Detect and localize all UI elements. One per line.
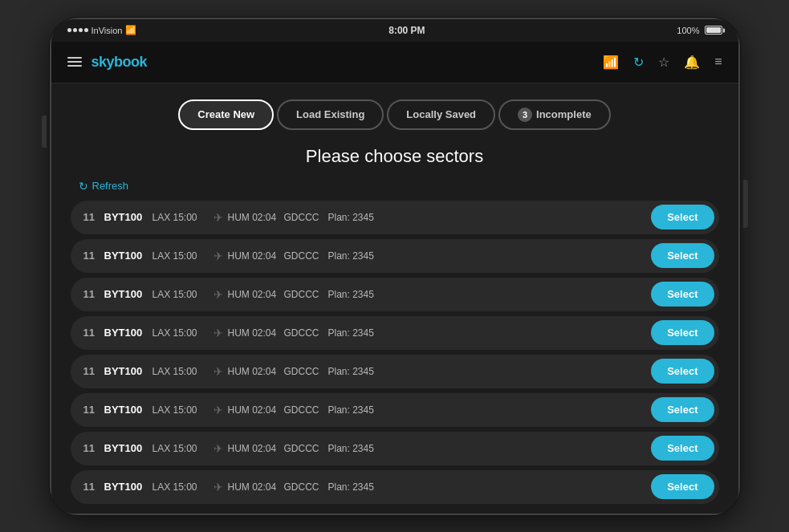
status-left: InVision 📶: [67, 25, 137, 35]
sector-code: BYT100: [104, 481, 153, 493]
sector-row: 11 BYT100 LAX 15:00 ✈ HUM 02:04 GDCCC Pl…: [71, 470, 719, 504]
sector-origin: LAX 15:00: [153, 481, 209, 493]
sector-row: 11 BYT100 LAX 15:00 ✈ HUM 02:04 GDCCC Pl…: [71, 239, 719, 273]
sector-code: BYT100: [104, 365, 153, 377]
sector-row: 11 BYT100 LAX 15:00 ✈ HUM 02:04 GDCCC Pl…: [71, 355, 719, 388]
sector-number: 11: [83, 442, 100, 454]
sector-number: 11: [83, 288, 100, 300]
nav-right: 📶 ↻ ☆ 🔔 ≡: [603, 55, 722, 70]
sector-row: 11 BYT100 LAX 15:00 ✈ HUM 02:04 GDCCC Pl…: [71, 393, 719, 427]
plane-icon: ✈: [214, 365, 223, 378]
sync-icon[interactable]: ↻: [633, 55, 644, 70]
sector-code: BYT100: [104, 250, 153, 262]
refresh-label: Refresh: [92, 180, 129, 192]
plane-icon: ✈: [214, 327, 223, 339]
refresh-button[interactable]: ↻ Refresh: [79, 180, 129, 193]
sector-plan: Plan: 2345: [328, 289, 652, 300]
tab-incomplete[interactable]: 3Incomplete: [498, 99, 611, 130]
filter-icon[interactable]: ≡: [714, 55, 722, 69]
sector-plan: Plan: 2345: [328, 404, 652, 416]
hamburger-line-1: [67, 57, 82, 59]
sector-row: 11 BYT100 LAX 15:00 ✈ HUM 02:04 GDCCC Pl…: [71, 316, 719, 350]
nav-left: skybook: [67, 54, 148, 71]
ipad-frame: InVision 📶 8:00 PM 100% skybook: [50, 18, 740, 515]
select-button[interactable]: Select: [651, 320, 714, 345]
tab-locally-saved[interactable]: Locally Saved: [387, 99, 495, 130]
sector-gc: GDCCC: [284, 250, 328, 262]
sector-number: 11: [83, 250, 100, 262]
hamburger-line-2: [67, 61, 82, 63]
plane-icon: ✈: [214, 481, 223, 493]
battery-percent: 100%: [677, 26, 699, 35]
wifi-nav-icon[interactable]: 📶: [603, 55, 619, 70]
signal-dot-3: [79, 28, 83, 32]
sector-plan: Plan: 2345: [328, 481, 652, 493]
select-button[interactable]: Select: [651, 282, 714, 307]
select-button[interactable]: Select: [651, 474, 714, 499]
bell-icon[interactable]: 🔔: [684, 55, 700, 70]
sector-plan: Plan: 2345: [328, 250, 652, 262]
sector-code: BYT100: [104, 404, 153, 416]
tab-load-existing[interactable]: Load Existing: [277, 99, 384, 130]
incomplete-label: Incomplete: [536, 108, 592, 120]
signal-dot-2: [73, 28, 77, 32]
sector-origin: LAX 15:00: [153, 327, 209, 339]
tab-bar: Create New Load Existing Locally Saved 3…: [178, 99, 610, 130]
carrier-name: InVision: [92, 26, 123, 35]
select-button[interactable]: Select: [651, 397, 714, 422]
signal-dot-1: [67, 28, 71, 32]
hamburger-line-3: [67, 65, 82, 67]
sector-origin: LAX 15:00: [153, 366, 209, 377]
sector-gc: GDCCC: [284, 443, 328, 454]
sector-dest: HUM 02:04: [228, 212, 284, 223]
main-content: Create New Load Existing Locally Saved 3…: [51, 83, 738, 514]
sector-gc: GDCCC: [284, 366, 328, 377]
status-right: 100%: [677, 26, 722, 35]
plane-icon: ✈: [214, 288, 223, 301]
battery-fill: [706, 27, 721, 33]
select-button[interactable]: Select: [651, 205, 714, 229]
sector-number: 11: [83, 404, 100, 416]
wifi-icon: 📶: [125, 25, 136, 35]
sector-origin: LAX 15:00: [153, 404, 209, 416]
select-button[interactable]: Select: [651, 359, 714, 384]
sector-row: 11 BYT100 LAX 15:00 ✈ HUM 02:04 GDCCC Pl…: [71, 432, 719, 465]
sector-number: 11: [83, 481, 100, 493]
refresh-icon: ↻: [79, 180, 88, 193]
sector-plan: Plan: 2345: [328, 212, 652, 223]
sector-dest: HUM 02:04: [228, 404, 284, 416]
sector-code: BYT100: [104, 288, 153, 300]
sector-code: BYT100: [104, 211, 153, 223]
sector-dest: HUM 02:04: [228, 481, 284, 493]
sector-origin: LAX 15:00: [153, 212, 209, 223]
tab-create-new[interactable]: Create New: [178, 99, 274, 130]
sector-gc: GDCCC: [284, 327, 328, 339]
sector-code: BYT100: [104, 327, 153, 339]
app-logo: skybook: [92, 54, 148, 71]
sector-gc: GDCCC: [284, 404, 328, 416]
sector-gc: GDCCC: [284, 481, 328, 493]
sector-number: 11: [83, 327, 100, 339]
sector-gc: GDCCC: [284, 212, 328, 223]
sector-code: BYT100: [104, 442, 153, 454]
menu-button[interactable]: [67, 57, 82, 67]
signal-dots: [67, 28, 88, 32]
sector-dest: HUM 02:04: [228, 250, 284, 262]
battery-indicator: [705, 26, 722, 35]
signal-dot-4: [84, 28, 88, 32]
star-icon[interactable]: ☆: [658, 55, 669, 70]
plane-icon: ✈: [214, 404, 223, 416]
sector-plan: Plan: 2345: [328, 443, 652, 454]
status-time: 8:00 PM: [388, 25, 425, 36]
sector-plan: Plan: 2345: [328, 327, 652, 339]
sector-origin: LAX 15:00: [153, 250, 209, 262]
sector-dest: HUM 02:04: [228, 327, 284, 339]
select-button[interactable]: Select: [651, 436, 714, 461]
sector-list: 11 BYT100 LAX 15:00 ✈ HUM 02:04 GDCCC Pl…: [71, 201, 719, 504]
status-bar: InVision 📶 8:00 PM 100%: [51, 19, 738, 42]
select-button[interactable]: Select: [651, 243, 714, 268]
sector-origin: LAX 15:00: [153, 289, 209, 300]
sector-dest: HUM 02:04: [228, 366, 284, 377]
plane-icon: ✈: [214, 250, 223, 262]
screen: skybook 📶 ↻ ☆ 🔔 ≡ Create New Load Existi…: [51, 42, 738, 514]
